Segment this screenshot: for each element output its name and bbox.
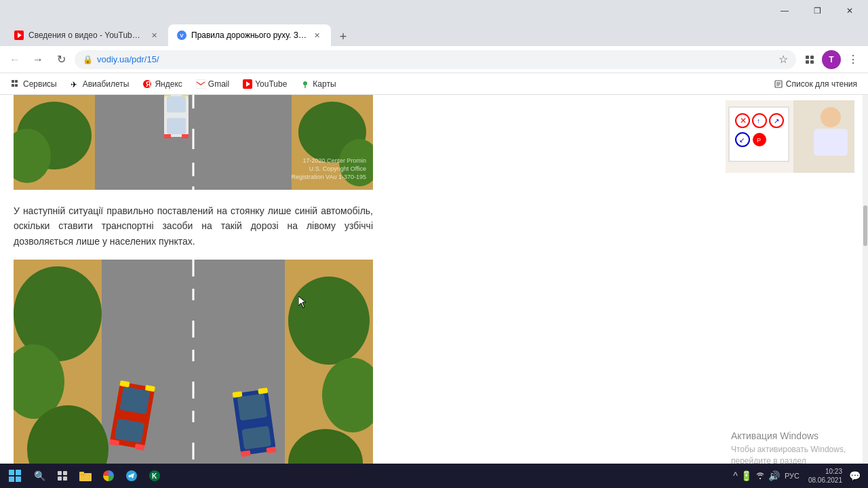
bookmark-aviabilety-label: Авиабилеты [83,79,130,89]
taskbar-date: 08.06.2021 [808,476,842,485]
addressbar: ← → ↻ 🔒 vodiy.ua/pdr/15/ ☆ T ⋮ [0,46,868,73]
svg-point-18 [303,81,307,85]
tab-favicon-youtube [14,30,24,41]
svg-text:Registration VAu 1-370-195: Registration VAu 1-370-195 [292,174,366,180]
minimize-button[interactable]: — [769,0,800,22]
volume-icon[interactable]: 🔊 [768,470,780,481]
bookmark-yandex[interactable]: Я Яндекс [137,77,187,92]
video-thumbnail-svg: ✕ ↑ ↗ ↙ P [726,100,854,173]
tray-expand-icon[interactable]: ^ [733,470,738,481]
task-view-icon [57,470,68,481]
svg-point-75 [821,107,841,127]
wifi-icon [755,470,766,481]
menu-button[interactable]: ⋮ [844,50,863,69]
image-bottom-container: © 2017-2020 Center Promin [14,260,707,464]
tab-title-youtube: Сведения о видео - YouTube S... [28,30,144,40]
svg-rect-39 [164,134,171,138]
svg-rect-40 [182,134,189,138]
lock-icon: 🔒 [83,55,93,64]
reload-button[interactable]: ↻ [52,50,71,69]
notification-center-button[interactable]: 💬 [844,465,865,487]
tab-close-youtube[interactable]: ✕ [148,29,160,41]
svg-text:P: P [757,137,761,144]
start-button[interactable] [3,465,27,487]
kaspersky-button[interactable]: K [144,465,165,487]
close-button[interactable]: ✕ [834,0,865,22]
svg-text:Я: Я [146,81,151,88]
back-button[interactable]: ← [5,50,24,69]
bookmark-gmail[interactable]: Gmail [191,77,235,92]
bookmark-youtube[interactable]: YouTube [237,77,292,92]
svg-rect-99 [79,472,84,474]
apps-label: Сервисы [23,79,57,89]
bookmark-maps[interactable]: Карты [295,77,341,92]
reading-list-label: Список для чтения [786,79,857,89]
svg-text:K: K [152,472,157,480]
activation-text: Чтобы активировать Windows, перейдите в … [731,444,852,464]
bookmarks-bar: Сервисы ✈ Авиабилеты Я Яндекс Gmail YouT… [0,73,868,95]
url-bar[interactable]: 🔒 vodiy.ua/pdr/15/ ☆ [75,50,796,69]
page-content: 17-2020 Center Promin U.S. Copyright Off… [0,95,868,464]
svg-rect-67 [241,426,271,449]
scrollbar[interactable] [863,95,868,464]
taskbar-time: 10:23 [808,467,842,476]
language-indicator[interactable]: РУС [783,472,802,480]
scroll-thumb[interactable] [863,205,867,246]
activation-title: Активация Windows [731,430,852,441]
taskbar-clock[interactable]: 10:23 08.06.2021 [808,467,842,485]
bookmark-star-icon[interactable]: ☆ [778,53,788,66]
video-thumbnail[interactable]: ✕ ↑ ↗ ↙ P [726,100,854,173]
bookmark-aviabilety[interactable]: ✈ Авиабилеты [65,77,135,92]
article-text: У наступній ситуації правильно поставлен… [14,203,373,249]
bookmark-maps-label: Карты [313,79,336,89]
file-explorer-button[interactable] [75,465,96,487]
window-controls: — ❐ ✕ [769,0,865,22]
svg-text:↙: ↙ [739,136,745,144]
tabbar: Сведения о видео - YouTube S... ✕ V Прав… [0,22,868,46]
svg-rect-11 [15,84,18,87]
road-image-top: 17-2020 Center Promin U.S. Copyright Off… [14,95,373,190]
battery-icon[interactable]: 🔋 [741,470,752,481]
tab-vodiy[interactable]: V Правила дорожнього руху. Зу... ✕ [168,24,331,46]
file-explorer-icon [79,470,92,481]
svg-rect-37 [164,95,171,96]
maps-icon [300,79,310,89]
svg-rect-9 [15,80,18,83]
kaspersky-icon: K [149,470,161,482]
sidebar-right: ✕ ↑ ↗ ↙ P Активация Windows [720,95,863,464]
gmail-icon [196,79,205,89]
svg-text:↑: ↑ [757,117,760,125]
taskbar-search-button[interactable]: 🔍 [28,465,50,487]
plane-icon: ✈ [71,79,80,89]
svg-rect-95 [58,476,62,481]
svg-rect-96 [63,476,67,481]
tab-close-vodiy[interactable]: ✕ [311,29,323,41]
telegram-button[interactable] [121,465,142,487]
reading-list-button[interactable]: Список для чтения [768,77,863,92]
svg-rect-8 [12,80,14,83]
chrome-taskbar-button[interactable] [98,465,119,487]
svg-rect-90 [16,470,21,475]
network-icon[interactable] [755,470,766,483]
forward-button[interactable]: → [28,50,47,69]
youtube-icon [243,79,252,89]
svg-rect-7 [810,60,814,64]
svg-rect-91 [9,476,14,482]
task-view-button[interactable] [52,465,73,487]
new-tab-button[interactable]: + [334,27,353,46]
svg-rect-36 [167,118,186,134]
telegram-icon [125,470,138,482]
reading-list-icon [774,79,783,89]
svg-rect-35 [167,96,186,113]
profile-icon[interactable]: T [822,50,841,69]
tab-youtube[interactable]: Сведения о видео - YouTube S... ✕ [5,24,168,46]
extensions-icon[interactable] [800,50,819,69]
svg-rect-94 [63,471,67,475]
tab-favicon-vodiy: V [176,30,187,41]
taskbar: 🔍 K ^ � [0,464,868,488]
windows-activation: Активация Windows Чтобы активировать Win… [726,430,857,464]
bookmarks-apps[interactable]: Сервисы [5,77,62,92]
svg-rect-59 [119,386,150,414]
restore-button[interactable]: ❐ [802,0,833,22]
svg-rect-10 [12,84,14,87]
